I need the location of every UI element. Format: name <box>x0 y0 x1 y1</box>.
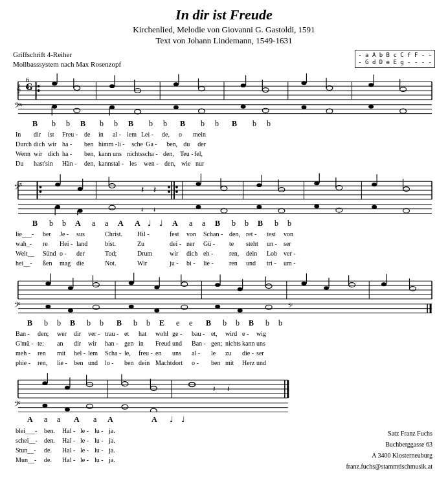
lyrics-block-3: Ban - den; wer dir ver - trau - et hat w… <box>13 329 435 368</box>
staff-4: 𝄽 𝄽 𝄢 <box>13 370 435 412</box>
svg-text:𝄽: 𝄽 <box>153 206 155 212</box>
svg-point-51 <box>109 105 115 109</box>
subtitle1: Kirchenlied, Melodie von Giovanni G. Gas… <box>13 25 435 35</box>
svg-point-137 <box>45 282 50 285</box>
svg-point-59 <box>326 109 333 113</box>
svg-point-155 <box>302 282 307 285</box>
svg-point-112 <box>55 205 60 209</box>
lyric-line-1-3: Wenn wir dich ha - ben, kann uns nichts … <box>16 149 435 159</box>
section-3: 𝄢 𝄢 B b b B b b B b b E <box>13 271 435 368</box>
svg-point-17 <box>52 82 57 85</box>
svg-point-56 <box>241 105 246 109</box>
griffschrift-label: Griffschrift 4-Reiher <box>13 50 121 60</box>
svg-point-92 <box>221 186 227 190</box>
svg-point-33 <box>302 81 307 85</box>
svg-point-210 <box>65 407 70 411</box>
mollbass-label: Mollbasssystem nach Max Rosenzopf <box>13 60 121 69</box>
city-line: A 3400 Klosterneuburg <box>346 450 432 461</box>
lyric-line-1-1: In dir ist Freu - de in al - lem Lei - d… <box>16 129 435 139</box>
key-chart: - a A b B c C f F - - - G d D e E g - - … <box>355 50 435 68</box>
svg-point-123 <box>314 205 319 208</box>
lyric-line-4-3: Stun__- de. Hal - le - lu - ja. <box>16 445 346 455</box>
svg-point-143 <box>129 281 134 285</box>
svg-point-126 <box>403 208 410 213</box>
svg-point-120 <box>221 208 227 213</box>
lyrics-block-2: lie___- ber Je - sus Christ. Hil - fest … <box>13 229 435 268</box>
chord-B4: B <box>180 119 201 129</box>
chord-B5: B <box>232 119 252 129</box>
svg-point-96 <box>278 187 285 192</box>
lyrics-block-1: In dir ist Freu - de in al - lem Lei - d… <box>13 129 435 168</box>
svg-text:𝄽: 𝄽 <box>153 186 156 193</box>
svg-text:𝄢: 𝄢 <box>288 302 293 309</box>
svg-point-61 <box>400 109 407 113</box>
subtitle2: Text von Johann Lindemann, 1549-1631 <box>13 36 435 46</box>
svg-point-170 <box>45 305 50 309</box>
staff-2: 𝄢 x 𝄽 𝄽 <box>13 171 435 216</box>
svg-text:𝄽: 𝄽 <box>141 186 144 193</box>
svg-point-125 <box>372 205 377 209</box>
svg-point-27 <box>198 86 205 91</box>
lyric-line-1-2: Durch dich wir ha - ben himm - li - sche… <box>16 139 435 149</box>
top-left: Griffschrift 4-Reiher Mollbasssystem nac… <box>13 50 121 70</box>
svg-point-197 <box>122 381 128 386</box>
svg-point-89 <box>175 190 178 193</box>
chord-b6: b <box>163 119 180 129</box>
lyric-line-4-4: Mun__- de. Hal - le - lu - ja. <box>16 455 346 465</box>
svg-point-78 <box>78 187 83 191</box>
svg-point-60 <box>368 105 374 109</box>
svg-point-55 <box>198 109 205 113</box>
svg-point-199 <box>150 386 157 390</box>
svg-point-31 <box>262 87 269 92</box>
svg-point-100 <box>336 185 342 190</box>
svg-point-90 <box>196 182 201 186</box>
lyrics-block-4: blei___- ben. Hal - le - lu - ja. schei_… <box>13 426 346 465</box>
svg-point-161 <box>381 282 386 286</box>
svg-point-151 <box>238 287 243 291</box>
svg-point-58 <box>302 105 307 109</box>
svg-point-25 <box>174 82 179 86</box>
svg-point-19 <box>74 85 80 90</box>
chord-b3: b <box>100 119 114 129</box>
chord-row-2: B b b A a a A A ♩ ♩ A a a B b b B b b <box>13 219 435 228</box>
chord-b4: b <box>114 119 128 129</box>
chord-row-4: A a a A a A A ♩ ♩ <box>13 415 435 425</box>
svg-point-122 <box>278 208 285 213</box>
chord-row-1: B b b B b b B b b B b b B b b <box>13 119 435 129</box>
top-info: Griffschrift 4-Reiher Mollbasssystem nac… <box>13 50 435 70</box>
lyric-line-2-3: Welt__ Sünd o - der Tod; Drum wir dich e… <box>16 249 435 258</box>
svg-point-191 <box>42 381 47 385</box>
satz-line: Satz Franz Fuchs <box>346 428 432 439</box>
svg-point-121 <box>256 205 262 209</box>
svg-point-145 <box>154 285 159 289</box>
lyric-line-3-1: Ban - den; wer dir ver - trau - et hat w… <box>16 329 435 338</box>
chord-row-3: B b b B b b B b b E e e B b b B b b <box>13 318 435 328</box>
svg-point-94 <box>256 183 262 187</box>
svg-point-87 <box>168 190 170 193</box>
lyric-line-3-4: phie - ren, lie - ben und lo - ben dein … <box>16 358 435 368</box>
svg-point-139 <box>68 286 73 290</box>
svg-point-35 <box>326 85 333 90</box>
svg-point-54 <box>174 105 179 109</box>
staff-1: 𝄞 G 6 4 <box>13 71 435 116</box>
lyric-line-4-1: blei___- ben. Hal - le - lu - ja. <box>16 426 346 436</box>
chord-b7: b <box>201 119 215 129</box>
page: In dir ist Freude Kirchenlied, Melodie v… <box>0 0 448 499</box>
svg-point-98 <box>314 181 319 185</box>
lyric-line-4-2: schei__- den. Hal - le - lu - ja. <box>16 436 346 445</box>
svg-point-141 <box>93 282 99 287</box>
chord-b9: b <box>252 119 267 129</box>
svg-point-209 <box>42 404 47 408</box>
staff-3: 𝄢 𝄢 <box>13 271 435 316</box>
section-4: 𝄽 𝄽 𝄢 A a a A a A A ♩ ♩ <box>13 370 435 472</box>
section-1: 𝄞 G 6 4 <box>13 71 435 168</box>
lyric-line-2-1: lie___- ber Je - sus Christ. Hil - fest … <box>16 229 435 239</box>
svg-text:𝄢: 𝄢 <box>14 300 20 310</box>
svg-point-29 <box>241 83 246 87</box>
svg-point-86 <box>168 186 170 188</box>
svg-point-53 <box>135 109 141 114</box>
svg-point-75 <box>39 190 42 193</box>
svg-point-88 <box>175 186 178 188</box>
svg-point-149 <box>215 283 220 287</box>
svg-point-174 <box>154 308 159 312</box>
